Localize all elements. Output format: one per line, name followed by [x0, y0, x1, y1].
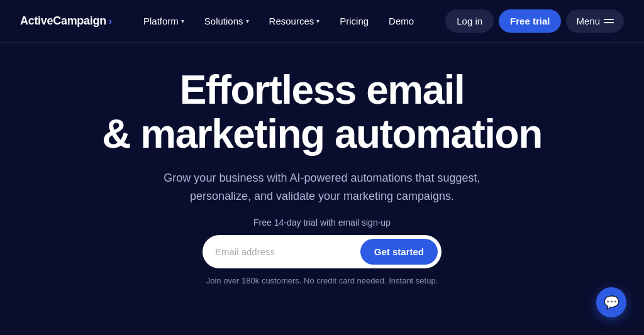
brand-arrow: › [109, 16, 112, 27]
nav-item-pricing[interactable]: Pricing [331, 11, 377, 31]
nav-item-solutions[interactable]: Solutions ▾ [196, 11, 258, 31]
get-started-button[interactable]: Get started [360, 239, 438, 265]
nav-links: Platform ▾ Solutions ▾ Resources ▾ Prici… [135, 11, 423, 31]
chevron-down-icon: ▾ [246, 18, 249, 25]
hero-title: Effortless email & marketing automation [102, 68, 542, 157]
chevron-down-icon: ▾ [181, 18, 184, 25]
navbar: ActiveCampaign › Platform ▾ Solutions ▾ … [0, 0, 644, 43]
hero-subtitle: Grow your business with AI-powered autom… [158, 169, 486, 206]
nav-item-platform[interactable]: Platform ▾ [135, 11, 193, 31]
nav-item-demo[interactable]: Demo [380, 11, 423, 31]
free-trial-button[interactable]: Free trial [499, 9, 561, 33]
menu-button[interactable]: Menu [566, 9, 624, 33]
brand-name: ActiveCampaign [20, 14, 106, 28]
trial-label: Free 14-day trial with email sign-up [253, 217, 391, 228]
email-input[interactable] [215, 246, 360, 257]
chevron-down-icon: ▾ [316, 18, 319, 25]
menu-label: Menu [576, 16, 600, 26]
chat-icon: 💬 [604, 295, 619, 310]
nav-actions: Log in Free trial Menu [445, 9, 624, 33]
hero-section: Effortless email & marketing automation … [0, 43, 644, 298]
brand-logo[interactable]: ActiveCampaign › [20, 14, 112, 28]
email-form: Get started [203, 235, 441, 268]
login-button[interactable]: Log in [445, 9, 494, 33]
hamburger-icon [604, 19, 614, 23]
disclaimer-text: Join over 180k customers. No credit card… [206, 276, 438, 285]
chat-button[interactable]: 💬 [596, 287, 626, 317]
nav-item-resources[interactable]: Resources ▾ [260, 11, 329, 31]
